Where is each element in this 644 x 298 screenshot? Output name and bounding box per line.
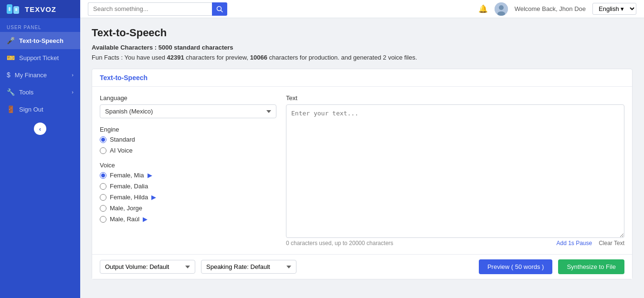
preview-button[interactable]: Preview ( 50 words ) [479, 259, 552, 274]
fun-facts-prod-count: 10066 [250, 54, 267, 61]
tts-right-panel: Text 0 characters used, up to 20000 char… [286, 94, 624, 247]
page-content: Text-to-Speech Available Characters : 50… [80, 18, 644, 298]
sidebar-item-signout-label: Sign Out [19, 106, 43, 113]
sidebar-item-signout[interactable]: 🚪 Sign Out [0, 101, 80, 118]
fun-facts-label: Fun Facts : [92, 54, 123, 61]
avatar [495, 2, 508, 16]
language-selector[interactable]: English ▾ Spanish French [592, 3, 636, 15]
voice-male-raul[interactable]: Male, Raúl ▶ [100, 216, 276, 223]
sidebar-item-tts-label: Text-to-Speech [19, 37, 63, 44]
tts-card-body: Language Spanish (Mexico) English (US) E… [92, 87, 632, 254]
text-label: Text [286, 94, 624, 102]
available-chars-value: 5000 standard characters [158, 44, 233, 51]
main-content: 🔔 Welcome Back, Jhon Doe English ▾ Spani… [80, 0, 644, 298]
fun-facts-preview-count: 42391 [167, 54, 184, 61]
voice-female-dalia[interactable]: Female, Dalia [100, 183, 276, 190]
tts-card: Text-to-Speech Language Spanish (Mexico)… [92, 69, 633, 279]
engine-standard-option[interactable]: Standard [100, 136, 276, 143]
svg-line-5 [221, 10, 223, 12]
engine-ai-radio[interactable] [100, 147, 106, 154]
svg-point-7 [499, 5, 504, 10]
notification-icon[interactable]: 🔔 [478, 4, 488, 13]
tts-icon: 🎤 [7, 37, 15, 44]
finance-icon: $ [7, 71, 11, 79]
fun-facts-preview-label: characters for preview, [186, 54, 250, 61]
topbar: 🔔 Welcome Back, Jhon Doe English ▾ Spani… [80, 0, 644, 18]
engine-ai-option[interactable]: AI Voice [100, 147, 276, 154]
clear-text-button[interactable]: Clear Text [599, 240, 624, 247]
sidebar-item-support-label: Support Ticket [19, 54, 59, 62]
voice-male-jorge-radio[interactable] [100, 205, 106, 212]
voice-male-jorge-label: Male, Jorge [110, 205, 142, 212]
topbar-right: 🔔 Welcome Back, Jhon Doe English ▾ Spani… [478, 2, 636, 16]
tts-card-header: Text-to-Speech [92, 69, 632, 87]
search-icon [216, 6, 223, 12]
language-dropdown[interactable]: Spanish (Mexico) English (US) English (U… [100, 104, 276, 118]
voice-female-mia-label: Female, Mia [110, 172, 144, 179]
output-volume-select[interactable]: Output Volume: Default Output Volume: Lo… [100, 260, 195, 274]
sidebar-logo: TEXVOZ [0, 0, 80, 18]
tts-bottom-bar: Output Volume: Default Output Volume: Lo… [92, 254, 632, 279]
tools-icon: 🔧 [7, 88, 15, 96]
sidebar-item-finance-label: My Finance [15, 72, 47, 79]
engine-standard-radio[interactable] [100, 136, 106, 143]
available-chars: Available Characters : 5000 standard cha… [92, 44, 633, 51]
play-raul-icon[interactable]: ▶ [143, 216, 148, 223]
sidebar-item-tools-label: Tools [19, 89, 33, 96]
voice-female-hilda[interactable]: Female, Hilda ▶ [100, 194, 276, 201]
voice-male-jorge[interactable]: Male, Jorge [100, 205, 276, 212]
finance-arrow-icon: › [72, 72, 74, 78]
fun-facts: Fun Facts : You have used 42391 characte… [92, 54, 633, 61]
sidebar-item-tts[interactable]: 🎤 Text-to-Speech [0, 32, 80, 49]
page-title: Text-to-Speech [92, 27, 633, 39]
signout-icon: 🚪 [7, 105, 15, 113]
logo-icon [6, 2, 21, 16]
fun-facts-text: You have used [124, 54, 167, 61]
voice-female-dalia-radio[interactable] [100, 183, 106, 190]
voice-female-mia[interactable]: Female, Mia ▶ [100, 172, 276, 179]
sidebar: TEXVOZ USER PANEL 🎤 Text-to-Speech 🎫 Sup… [0, 0, 80, 298]
fun-facts-prod-label: characters for production. and generated [269, 54, 383, 61]
voice-section: Voice Female, Mia ▶ Female, Dalia [100, 162, 276, 223]
text-actions: Add 1s Pause Clear Text [556, 240, 624, 247]
voice-female-hilda-radio[interactable] [100, 194, 106, 201]
voice-female-mia-radio[interactable] [100, 172, 106, 179]
language-label: Language [100, 94, 276, 102]
voice-female-dalia-label: Female, Dalia [110, 183, 148, 190]
support-icon: 🎫 [7, 54, 15, 62]
tts-card-title: Text-to-Speech [100, 74, 148, 82]
sidebar-collapse-button[interactable]: ‹ [34, 123, 46, 135]
available-chars-label: Available Characters : [92, 44, 157, 51]
sidebar-section-label: USER PANEL [0, 18, 80, 32]
tts-left-panel: Language Spanish (Mexico) English (US) E… [100, 94, 276, 247]
search-button[interactable] [212, 2, 227, 16]
sidebar-item-support[interactable]: 🎫 Support Ticket [0, 49, 80, 66]
voice-male-raul-label: Male, Raúl [110, 216, 139, 223]
welcome-text: Welcome Back, Jhon Doe [515, 5, 586, 12]
char-count: 0 characters used, up to 20000 character… [286, 240, 393, 247]
engine-standard-label: Standard [110, 136, 135, 143]
add-pause-button[interactable]: Add 1s Pause [556, 240, 592, 247]
sidebar-item-tools[interactable]: 🔧 Tools › [0, 83, 80, 101]
fun-facts-voice-count: 2 [383, 54, 386, 61]
search-input[interactable] [88, 2, 212, 16]
sidebar-item-finance[interactable]: $ My Finance › [0, 66, 80, 83]
fun-facts-voice-label: voice files. [388, 54, 417, 61]
svg-rect-2 [9, 7, 11, 11]
logo-text: TEXVOZ [25, 5, 56, 13]
svg-rect-3 [15, 8, 17, 11]
engine-radio-group: Standard AI Voice [100, 136, 276, 154]
tools-arrow-icon: › [72, 89, 74, 95]
text-textarea[interactable] [286, 104, 624, 238]
play-mia-icon[interactable]: ▶ [148, 172, 152, 179]
speaking-rate-select[interactable]: Speaking Rate: Default Speaking Rate: Sl… [201, 260, 296, 274]
char-count-row: 0 characters used, up to 20000 character… [286, 240, 624, 247]
engine-label: Engine [100, 126, 276, 133]
play-hilda-icon[interactable]: ▶ [151, 194, 156, 201]
engine-ai-label: AI Voice [110, 147, 133, 154]
voice-male-raul-radio[interactable] [100, 216, 106, 223]
engine-section: Engine Standard AI Voice [100, 126, 276, 154]
voice-female-hilda-label: Female, Hilda [110, 194, 148, 201]
voice-label: Voice [100, 162, 276, 169]
synthesize-button[interactable]: Synthesize to File [558, 259, 624, 274]
